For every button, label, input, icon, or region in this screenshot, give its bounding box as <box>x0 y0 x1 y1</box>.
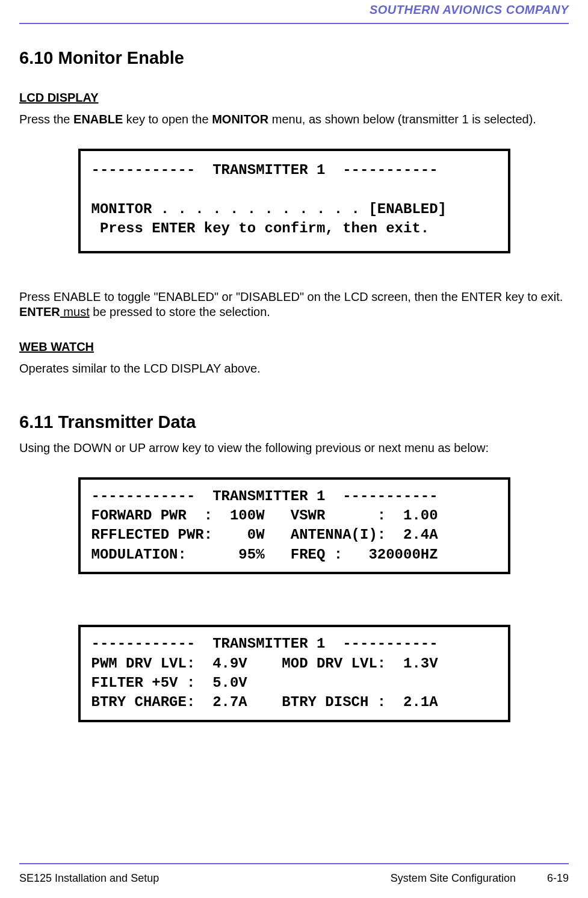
transmitter-data-intro: Using the DOWN or UP arrow key to view t… <box>19 441 569 456</box>
section-6-10-title: 6.10 Monitor Enable <box>19 48 569 68</box>
enter-key-label: ENTER <box>19 305 60 318</box>
lcd-box-transmitter-data-1: ------------ TRANSMITTER 1 ----------- F… <box>78 477 510 575</box>
intro-paragraph: Press the ENABLE key to open the MONITOR… <box>19 112 569 127</box>
lcd-box-transmitter-data-2: ------------ TRANSMITTER 1 ----------- P… <box>78 625 510 722</box>
footer-center: System Site Configuration <box>391 872 516 885</box>
page-footer: SE125 Installation and Setup System Site… <box>19 872 569 885</box>
web-watch-text: Operates similar to the LCD DISPLAY abov… <box>19 361 569 376</box>
must-underline: must <box>60 305 90 318</box>
company-header: SOUTHERN AVIONICS COMPANY <box>19 3 569 17</box>
footer-left: SE125 Installation and Setup <box>19 872 159 885</box>
text: be pressed to store the selection. <box>90 305 270 318</box>
lcd-display-heading: LCD DISPLAY <box>19 91 569 105</box>
text: key to open the <box>123 113 212 126</box>
text: menu, as shown below (transmitter 1 is s… <box>268 113 536 126</box>
footer-rule <box>19 863 569 864</box>
enable-key-label: ENABLE <box>73 113 123 126</box>
lcd-box-monitor-enable: ------------ TRANSMITTER 1 ----------- M… <box>78 149 510 253</box>
section-6-11-title: 6.11 Transmitter Data <box>19 412 569 432</box>
toggle-paragraph: Press ENABLE to toggle "ENABLED" or "DIS… <box>19 290 569 320</box>
footer-page-number: 6-19 <box>547 872 569 885</box>
text: Press the <box>19 113 73 126</box>
web-watch-heading: WEB WATCH <box>19 340 569 354</box>
text: Press ENABLE to toggle "ENABLED" or "DIS… <box>19 290 563 303</box>
monitor-menu-label: MONITOR <box>212 113 268 126</box>
top-rule <box>19 23 569 24</box>
